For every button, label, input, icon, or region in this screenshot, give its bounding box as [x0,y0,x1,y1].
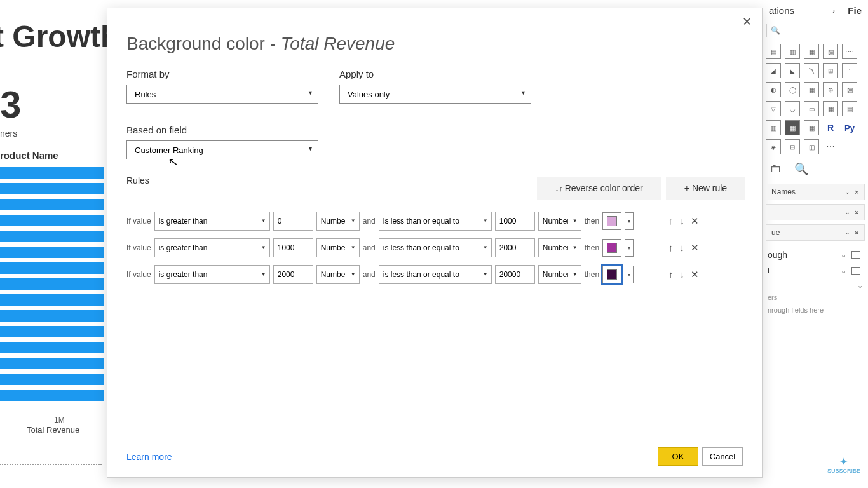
visualizations-pane-header[interactable]: ations › Fie [763,0,868,21]
viz-table-icon[interactable]: ▦ [785,120,800,135]
move-up-icon[interactable]: ↑ [668,215,674,227]
color-dropdown-icon[interactable]: ▾ [625,212,634,230]
move-up-icon[interactable]: ↑ [668,242,674,254]
viz-map-icon[interactable]: ⊕ [823,82,838,97]
remove-field-icon[interactable]: ✕ [854,209,859,216]
based-on-field-select[interactable]: Customer Ranking [126,140,318,159]
viz-stacked-col-icon[interactable]: ▦ [804,44,819,59]
viz-qa-icon[interactable]: ◫ [804,139,819,154]
viz-donut-icon[interactable]: ◯ [785,82,800,97]
viz-filled-map-icon[interactable]: ▨ [842,82,857,97]
rule-op2-select[interactable]: is less than or equal to [379,238,492,257]
rule-color-picker[interactable] [602,239,621,257]
rule-val2-input[interactable] [495,212,535,231]
viz-scatter-icon[interactable]: ∴ [842,63,857,78]
rule-val2-input[interactable] [495,238,535,257]
rule-val1-input[interactable] [273,265,313,284]
reverse-color-order-button[interactable]: Reverse color order [537,177,661,200]
viz-gauge-icon[interactable]: ◡ [785,101,800,116]
move-up-icon[interactable]: ↑ [668,269,674,280]
apply-to-select[interactable]: Values only [339,85,531,104]
rule-op1-select[interactable]: is greater than [154,212,270,231]
rule-row: If value is greater than Number and is l… [126,208,699,234]
format-tab-icon[interactable]: 🔍 [794,162,808,176]
rule-type1-select[interactable]: Number [316,238,360,257]
move-down-icon[interactable]: ↓ [680,242,685,254]
viz-kpi-icon[interactable]: ▤ [842,101,857,116]
divider [0,464,102,465]
field-well[interactable]: ⌄ ✕ [766,204,865,220]
viz-ribbon-icon[interactable]: 〽 [804,63,819,78]
field-names-value[interactable]: Names ⌄ ✕ [766,184,865,200]
rule-type2-select[interactable]: Number [538,238,581,257]
fields-search-input[interactable]: 🔍 [766,24,864,37]
field-ue-value[interactable]: ue ⌄ ✕ [766,224,865,241]
viz-stacked-bar-icon[interactable]: ▤ [766,44,781,59]
delete-rule-icon[interactable]: ✕ [691,215,699,227]
remove-field-icon[interactable]: ✕ [854,189,859,196]
format-by-label: Format by [126,69,318,79]
viz-r-icon[interactable]: R [823,120,838,135]
cancel-button[interactable]: Cancel [702,447,743,466]
rule-op1-select[interactable]: is greater than [154,265,270,284]
viz-treemap-icon[interactable]: ▦ [804,82,819,97]
rule-type2-select[interactable]: Number [538,265,581,284]
chevron-down-icon: ⌄ [841,251,846,259]
viz-card-icon[interactable]: ▭ [804,101,819,116]
new-rule-button[interactable]: New rule [666,177,745,200]
drillthrough-section[interactable]: ough ⌄ [763,245,868,261]
rule-type2-select[interactable]: Number [538,212,581,231]
keep-filters-row[interactable]: ⌄ [763,276,868,291]
move-down-icon[interactable]: ↓ [680,215,685,227]
table-icon [851,267,860,274]
color-dropdown-icon[interactable]: ▾ [625,239,634,257]
viz-clustered-bar-icon[interactable]: ▥ [785,44,800,59]
viz-pie-icon[interactable]: ◐ [766,82,781,97]
cross-report-row[interactable]: t ⌄ [763,261,868,276]
move-down-icon[interactable]: ↓ [680,269,685,280]
rule-op2-select[interactable]: is less than or equal to [379,265,492,284]
delete-rule-icon[interactable]: ✕ [691,242,699,254]
rule-color-picker[interactable] [602,266,621,283]
bar-chart-bars [0,167,105,405]
viz-more-icon[interactable]: ⋯ [823,139,838,154]
rule-color-picker[interactable] [602,212,621,230]
rule-val1-input[interactable] [273,238,313,257]
viz-key-influencers-icon[interactable]: ◈ [766,139,781,154]
rules-label: Rules [126,175,149,186]
viz-matrix-icon[interactable]: ▦ [804,120,819,135]
right-panels: ations › Fie 🔍 ▤ ▥ ▦ ▧ 〰 ◢ ◣ 〽 ⊞ ∴ ◐ ◯ ▦… [763,0,868,488]
chevron-down-icon: ⌄ [845,189,850,195]
close-icon[interactable]: ✕ [737,12,757,31]
rule-type1-select[interactable]: Number [316,212,360,231]
delete-rule-icon[interactable]: ✕ [691,269,699,280]
viz-multi-card-icon[interactable]: ▦ [823,101,838,116]
viz-decomposition-icon[interactable]: ⊟ [785,139,800,154]
viz-waterfall-icon[interactable]: ⊞ [823,63,838,78]
viz-stacked-area-icon[interactable]: ◣ [785,63,800,78]
rule-op2-select[interactable]: is less than or equal to [379,212,492,231]
color-dropdown-icon[interactable]: ▾ [625,266,634,283]
viz-area-icon[interactable]: ◢ [766,63,781,78]
viz-slicer-icon[interactable]: ▥ [766,120,781,135]
chevron-down-icon: ⌄ [845,209,850,215]
card-value: 3 [0,83,21,126]
viz-line-icon[interactable]: 〰 [842,44,857,59]
rule-val1-input[interactable] [273,212,313,231]
viz-python-icon[interactable]: Py [842,120,857,135]
rule-then-label: then [585,217,599,226]
fields-tab-icon[interactable]: 🗀 [770,162,782,176]
remove-field-icon[interactable]: ✕ [854,229,859,236]
format-by-select[interactable]: Rules [126,85,318,104]
rule-op1-select[interactable]: is greater than [154,238,270,257]
viz-clustered-col-icon[interactable]: ▧ [823,44,838,59]
rule-val2-input[interactable] [495,265,535,284]
rule-type1-select[interactable]: Number [316,265,360,284]
rule-if-label: If value [126,243,151,252]
learn-more-link[interactable]: Learn more [126,452,172,462]
visual-title-partial: t Growth [0,19,119,54]
based-on-field-label: Based on field [126,125,318,135]
visualizations-grid: ▤ ▥ ▦ ▧ 〰 ◢ ◣ 〽 ⊞ ∴ ◐ ◯ ▦ ⊕ ▨ ▽ ◡ ▭ ▦ ▤ … [763,40,868,158]
ok-button[interactable]: OK [658,447,698,466]
viz-funnel-icon[interactable]: ▽ [766,101,781,116]
